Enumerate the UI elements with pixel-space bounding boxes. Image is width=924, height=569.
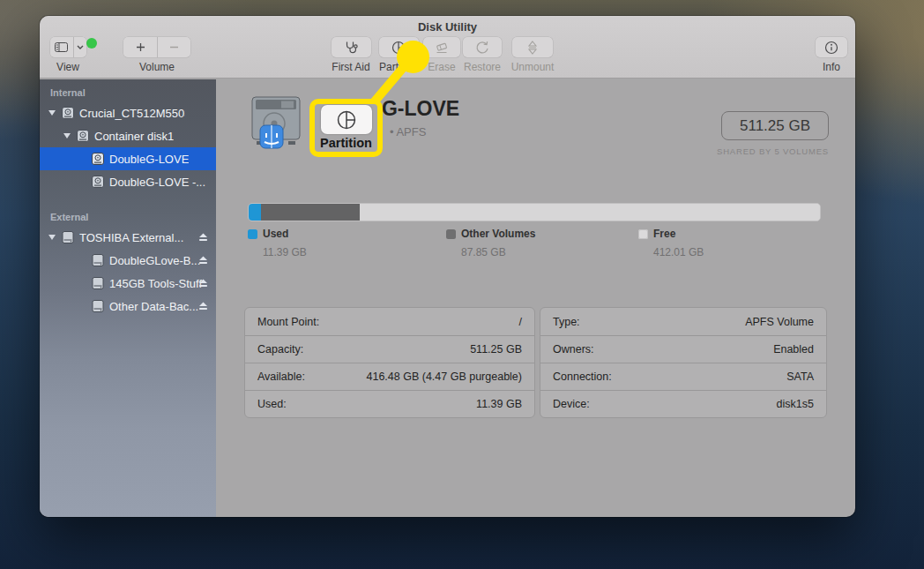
total-size-badge: 511.25 GB: [721, 111, 829, 140]
view-chevron-down-icon[interactable]: [73, 37, 86, 57]
table-row: Type:APFS Volume: [540, 308, 826, 335]
usage-segment-free: [360, 204, 820, 221]
restore-icon: [475, 41, 489, 55]
sidebar-item-doubleg-love-data[interactable]: DoubleG-LOVE -...: [40, 170, 216, 193]
erase-label: Erase: [423, 61, 460, 73]
add-volume-button[interactable]: [123, 37, 157, 57]
free-value: 412.01 GB: [653, 246, 704, 258]
stethoscope-icon: [344, 41, 359, 54]
internal-disk-icon: [91, 175, 105, 191]
table-row: Available:416.48 GB (4.47 GB purgeable): [245, 363, 534, 390]
sidebar-item-toshiba-external[interactable]: TOSHIBA External...: [40, 226, 216, 249]
sidebar-item-label: TOSHIBA External...: [79, 231, 183, 244]
disclosure-triangle-icon[interactable]: [48, 110, 56, 116]
legend-other-volumes: Other Volumes 87.85 GB: [446, 228, 535, 258]
external-disk-icon: [91, 276, 105, 293]
sidebar-view-icon[interactable]: [50, 37, 73, 57]
table-row: Mount Point:/: [245, 308, 534, 335]
sidebar-item-label: Other Data-Bac...: [109, 300, 198, 313]
external-disk-icon: [91, 253, 105, 270]
window-title: Disk Utility: [40, 20, 855, 34]
table-row: Owners:Enabled: [540, 335, 826, 363]
table-row: Used:11.39 GB: [245, 390, 534, 417]
callout-partition-highlight: Partition: [309, 99, 383, 157]
view-control[interactable]: [50, 37, 86, 57]
details-table-right: Type:APFS Volume Owners:Enabled Connecti…: [540, 307, 827, 418]
used-value: 11.39 GB: [263, 246, 307, 258]
sidebar-item-crucial[interactable]: Crucial_CT512M550S...: [40, 101, 216, 124]
remove-volume-button: [157, 37, 190, 57]
volume-subtitle: • APFS: [390, 125, 426, 139]
volume-label: Volume: [123, 61, 191, 73]
callout-partition-button: [321, 105, 372, 134]
eject-icon[interactable]: [198, 232, 208, 245]
zoom-button[interactable]: [86, 38, 97, 49]
unmount-eject-icon: [526, 41, 539, 55]
internal-disk-icon: [76, 129, 90, 146]
sidebar-item-label: Crucial_CT512M550S...: [79, 107, 185, 120]
sidebar-item-label: Container disk1: [94, 130, 174, 143]
legend-free: Free 412.01 GB: [638, 228, 704, 258]
sidebar-item-other-data-backup[interactable]: Other Data-Bac...: [40, 295, 216, 318]
info-label: Info: [809, 61, 853, 73]
external-disk-icon: [91, 299, 105, 316]
sidebar-section-internal: Internal: [40, 79, 216, 101]
other-volumes-value: 87.85 GB: [461, 246, 535, 258]
internal-disk-icon: [91, 152, 105, 168]
sidebar-item-label: DoubleG-LOVE -...: [109, 176, 205, 189]
callout-partition-label: Partition: [315, 136, 377, 150]
sidebar-item-label: 145GB Tools-Stuff: [109, 277, 202, 290]
info-icon: [824, 41, 838, 55]
sidebar-item-doubleg-love[interactable]: DoubleG-LOVE: [40, 147, 216, 170]
disclosure-triangle-icon[interactable]: [63, 133, 71, 139]
shared-by-caption: SHARED BY 5 VOLUMES: [717, 146, 829, 156]
first-aid-label: First Aid: [326, 61, 376, 73]
unmount-label: Unmount: [506, 61, 559, 73]
table-row: Device:disk1s5: [540, 390, 826, 417]
internal-disk-icon: [61, 106, 75, 123]
table-row: Capacity:511.25 GB: [245, 335, 534, 363]
disk-utility-window: Disk Utility View: [40, 16, 855, 517]
eject-icon[interactable]: [198, 255, 208, 268]
disclosure-triangle-icon[interactable]: [48, 235, 56, 240]
legend-used: Used 11.39 GB: [248, 228, 307, 258]
info-button[interactable]: [816, 37, 847, 57]
volume-drive-icon: [248, 95, 304, 153]
sidebar-item-label: DoubleG-LOVE: [109, 153, 189, 166]
usage-segment-used: [249, 204, 261, 221]
finder-badge-icon: [260, 125, 283, 148]
titlebar-toolbar: Disk Utility View: [40, 16, 855, 79]
restore-button: [463, 37, 502, 57]
erase-icon: [435, 41, 449, 54]
view-label: View: [48, 61, 87, 73]
external-disk-icon: [61, 230, 75, 247]
partition-pie-icon: [336, 109, 357, 131]
sidebar-item-label: DoubleGLove-B...: [109, 254, 200, 267]
eject-icon[interactable]: [198, 278, 208, 291]
callout-highlight-dot: [397, 41, 429, 73]
unmount-button: [512, 37, 553, 57]
used-swatch: [248, 229, 257, 239]
eject-icon[interactable]: [198, 301, 208, 314]
usage-bar: [248, 203, 821, 221]
volume-control: [123, 37, 190, 57]
sidebar: Internal Crucial_CT512M550S... Container…: [40, 79, 216, 517]
details-table-left: Mount Point:/ Capacity:511.25 GB Availab…: [244, 307, 535, 418]
table-row: Connection:SATA: [540, 363, 826, 390]
other-volumes-swatch: [446, 229, 456, 239]
sidebar-item-doubleglove-b[interactable]: DoubleGLove-B...: [40, 249, 216, 272]
first-aid-button[interactable]: [332, 37, 371, 57]
usage-segment-other: [261, 204, 359, 221]
sidebar-item-145gb-tools-stuff[interactable]: 145GB Tools-Stuff: [40, 272, 216, 295]
restore-label: Restore: [460, 61, 504, 73]
sidebar-section-external: External: [40, 204, 216, 226]
free-swatch: [638, 229, 648, 239]
sidebar-item-container-disk1[interactable]: Container disk1: [40, 124, 216, 147]
